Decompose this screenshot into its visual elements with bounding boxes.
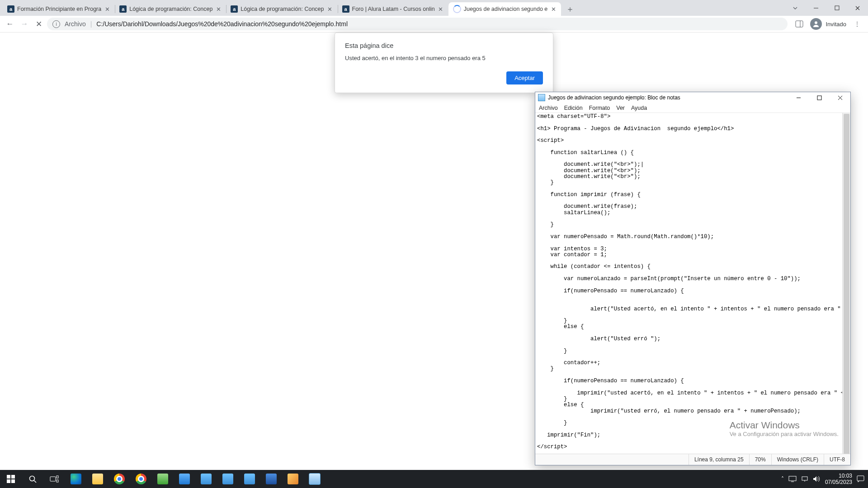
favicon-icon: a <box>342 5 349 13</box>
svg-rect-1 <box>835 6 839 10</box>
taskbar: ˄ 10:03 07/05/2023 <box>0 470 868 488</box>
close-icon[interactable] <box>830 92 850 103</box>
alert-message: Usted acertó, en el intento 3 el numero … <box>345 55 543 61</box>
notepad-content[interactable]: <meta charset="UTF-8"> <h1> Programa - J… <box>535 113 850 451</box>
svg-point-11 <box>30 476 35 481</box>
tab-label: Juegos de adivinacion segundo e <box>464 6 548 12</box>
scheme-label: Archivo <box>65 20 86 28</box>
svg-rect-15 <box>57 480 58 482</box>
tray-chevron-icon[interactable]: ˄ <box>781 476 784 482</box>
taskbar-app-paint[interactable] <box>282 470 304 488</box>
notepad-title: Juegos de adivinacion segundo ejemplo: B… <box>548 94 680 101</box>
svg-rect-16 <box>789 476 796 481</box>
svg-rect-13 <box>50 477 56 481</box>
address-bar: ← → ✕ i Archivo | C:/Users/Dariohl/Downl… <box>0 16 868 33</box>
tab-0[interactable]: a Formación Principiante en Progra ✕ <box>3 2 115 16</box>
taskbar-app-9[interactable] <box>239 470 260 488</box>
separator: | <box>90 20 92 28</box>
taskbar-app-notepad[interactable] <box>304 470 326 488</box>
stop-button[interactable]: ✕ <box>33 18 45 30</box>
close-icon[interactable]: ✕ <box>327 6 333 12</box>
status-zoom: 70% <box>749 454 771 465</box>
menu-file[interactable]: Archivo <box>539 105 558 111</box>
caret-down-icon[interactable] <box>785 0 806 16</box>
close-icon[interactable]: ✕ <box>104 6 110 12</box>
notepad-text-area[interactable]: <meta charset="UTF-8"> <h1> Programa - J… <box>535 113 850 454</box>
close-icon[interactable]: ✕ <box>550 6 557 12</box>
tray-network-icon[interactable] <box>801 476 808 482</box>
svg-rect-21 <box>857 476 864 481</box>
close-icon[interactable] <box>847 0 868 16</box>
menu-kebab-icon[interactable]: ⋮ <box>850 17 864 31</box>
file-info-icon: i <box>52 20 60 28</box>
notepad-icon <box>538 94 545 101</box>
favicon-icon: a <box>119 5 127 13</box>
tab-label: Foro | Alura Latam - Cursos onlin <box>352 6 435 12</box>
tray-display-icon[interactable] <box>788 476 797 482</box>
taskview-button[interactable] <box>43 470 65 488</box>
menu-view[interactable]: Ver <box>616 105 625 111</box>
minimize-icon[interactable] <box>788 92 809 103</box>
svg-point-4 <box>815 21 817 24</box>
taskbar-app-6[interactable] <box>174 470 195 488</box>
favicon-icon: a <box>231 5 238 13</box>
svg-rect-7 <box>7 475 10 479</box>
new-tab-button[interactable]: ＋ <box>564 3 576 15</box>
tray-clock[interactable]: 10:03 07/05/2023 <box>825 473 852 485</box>
svg-rect-8 <box>11 475 15 479</box>
taskbar-app-explorer[interactable] <box>87 470 108 488</box>
tab-2[interactable]: a Lógica de programación: Concep ✕ <box>226 2 337 16</box>
notepad-statusbar: Línea 9, columna 25 70% Windows (CRLF) U… <box>535 454 850 465</box>
scrollbar-vertical[interactable] <box>842 113 850 454</box>
alert-accept-button[interactable]: Aceptar <box>506 71 543 84</box>
tab-1[interactable]: a Lógica de programación: Concep ✕ <box>115 2 226 16</box>
favicon-icon: a <box>7 5 14 13</box>
taskbar-app-edge[interactable] <box>65 470 87 488</box>
taskbar-app-chrome[interactable] <box>108 470 130 488</box>
taskbar-app-chrome-canary[interactable] <box>130 470 152 488</box>
status-caret: Línea 9, columna 25 <box>689 454 749 465</box>
svg-rect-2 <box>796 21 803 27</box>
tab-bar: a Formación Principiante en Progra ✕ a L… <box>0 0 868 16</box>
close-icon[interactable]: ✕ <box>438 6 444 12</box>
forward-button[interactable]: → <box>18 18 31 30</box>
scrollbar-thumb[interactable] <box>844 114 849 454</box>
svg-rect-6 <box>817 96 821 100</box>
svg-rect-9 <box>7 479 10 483</box>
menu-edit[interactable]: Edición <box>564 105 583 111</box>
svg-rect-10 <box>11 479 15 483</box>
omnibox[interactable]: i Archivo | C:/Users/Dariohl/Downloads/J… <box>47 18 788 30</box>
search-button[interactable] <box>22 470 43 488</box>
tray-volume-icon[interactable] <box>813 476 821 482</box>
tab-3[interactable]: a Foro | Alura Latam - Cursos onlin ✕ <box>338 2 448 16</box>
maximize-icon[interactable] <box>809 92 830 103</box>
minimize-icon[interactable] <box>806 0 826 16</box>
start-button[interactable] <box>0 470 22 488</box>
tab-label: Lógica de programación: Concep <box>129 6 212 12</box>
notepad-menubar: Archivo Edición Formato Ver Ayuda <box>535 103 850 113</box>
close-icon[interactable]: ✕ <box>215 6 222 12</box>
menu-help[interactable]: Ayuda <box>631 105 647 111</box>
loading-icon <box>453 5 461 13</box>
url-path: C:/Users/Dariohl/Downloads/Juegos%20de%2… <box>96 20 348 28</box>
back-button[interactable]: ← <box>4 18 16 30</box>
tray-notifications-icon[interactable] <box>857 475 864 483</box>
status-eol: Windows (CRLF) <box>771 454 824 465</box>
notepad-titlebar[interactable]: Juegos de adivinacion segundo ejemplo: B… <box>535 92 850 103</box>
tab-label: Formación Principiante en Progra <box>17 6 101 12</box>
profile-avatar-icon[interactable] <box>810 18 822 30</box>
taskbar-app-10[interactable] <box>260 470 282 488</box>
taskbar-app-8[interactable] <box>217 470 239 488</box>
alert-title: Esta página dice <box>345 42 543 49</box>
taskbar-app-5[interactable] <box>152 470 174 488</box>
js-alert-dialog: Esta página dice Usted acertó, en el int… <box>335 33 553 93</box>
maximize-icon[interactable] <box>826 0 847 16</box>
tray-time: 10:03 <box>825 473 852 479</box>
side-panel-icon[interactable] <box>792 17 807 31</box>
menu-format[interactable]: Formato <box>589 105 610 111</box>
tab-4-active[interactable]: Juegos de adivinacion segundo e ✕ <box>448 2 561 16</box>
tray-date: 07/05/2023 <box>825 479 852 485</box>
profile-label: Invitado <box>826 21 846 28</box>
svg-line-12 <box>34 481 37 483</box>
taskbar-app-7[interactable] <box>195 470 217 488</box>
